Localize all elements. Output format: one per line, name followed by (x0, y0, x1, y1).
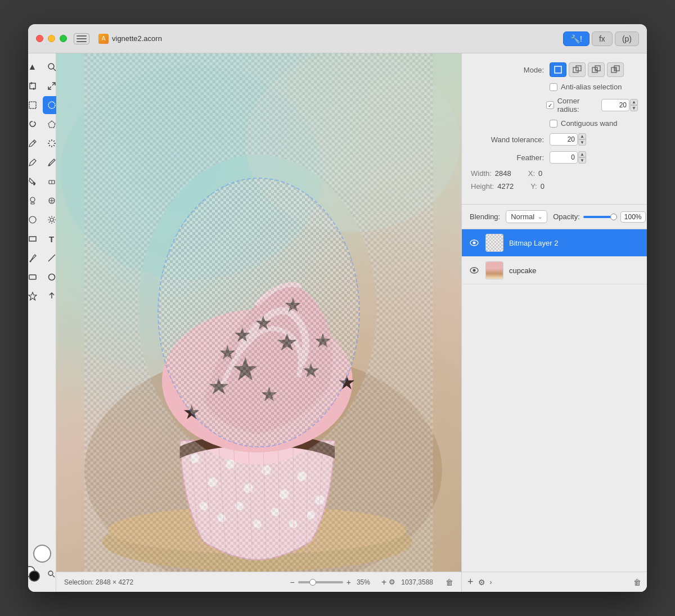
color-preview[interactable] (33, 545, 51, 563)
right-panel: Mode: (461, 53, 647, 592)
delete-layer-button[interactable]: 🗑 (633, 578, 641, 587)
svg-line-17 (49, 145, 50, 146)
zoom-minus-icon[interactable]: − (290, 578, 295, 587)
svg-point-41 (48, 274, 55, 280)
paint-bucket-tool[interactable] (28, 173, 42, 191)
mode-subtract-button[interactable] (588, 62, 605, 77)
mode-row: Mode: (471, 62, 638, 77)
fg-bg-color[interactable] (28, 566, 40, 582)
tool-row-13 (28, 287, 61, 305)
anti-alias-checkbox-group: Anti-alias selection (550, 83, 622, 91)
wand-tolerance-increment[interactable]: ▲ (578, 133, 586, 139)
minimize-button[interactable] (48, 35, 55, 42)
tool-row-12 (28, 268, 61, 286)
close-button[interactable] (36, 35, 43, 42)
tool-row-9 (28, 211, 61, 229)
add-layer-plus-button[interactable]: + (467, 576, 474, 588)
layer-thumb-cupcake (485, 261, 503, 279)
bg-color[interactable] (29, 570, 40, 582)
star-tool[interactable] (28, 287, 42, 305)
file-icon: A (98, 34, 109, 44)
wand-tolerance-row: Wand tolerance: 20 ▲ ▼ (471, 133, 638, 146)
layer-item-cupcake[interactable]: cupcake (462, 257, 647, 284)
shape-tool[interactable] (28, 211, 42, 229)
svg-line-36 (53, 217, 55, 218)
fx-panel-button[interactable]: fx (592, 31, 613, 46)
tool-row-4 (28, 115, 61, 133)
pen-tool[interactable] (28, 249, 42, 267)
tool-row-8 (28, 192, 61, 210)
trash-button[interactable]: 🗑 (446, 578, 453, 587)
layer-visibility-bitmap[interactable] (469, 237, 480, 248)
svg-line-44 (52, 576, 55, 578)
layer-item-bitmap[interactable]: Bitmap Layer 2 (462, 229, 647, 257)
wand-tolerance-decrement[interactable]: ▼ (578, 139, 586, 146)
main-window: A vignette2.acorn 🔧! fx (p) ▲ (28, 24, 647, 592)
layers-bottom: + ⚙ › 🗑 (462, 572, 647, 592)
corner-radius-input[interactable]: 20 (601, 99, 629, 111)
contiguous-wand-row: Contiguous wand (471, 119, 638, 128)
eyedropper-tool[interactable] (28, 134, 42, 152)
window-title: A vignette2.acorn (98, 34, 162, 44)
canvas-wrapper[interactable] (56, 53, 461, 572)
opacity-slider[interactable] (583, 216, 617, 218)
feather-label: Feather: (471, 153, 544, 162)
sidebar-toggle-button[interactable] (74, 33, 89, 44)
opacity-thumb (610, 214, 617, 220)
rect-shape-tool[interactable] (28, 230, 42, 248)
width-label: Width: (471, 169, 492, 178)
contiguous-wand-label: Contiguous wand (561, 119, 617, 128)
color-tools (28, 565, 60, 583)
arrow-tool[interactable]: ▲ (28, 58, 42, 76)
svg-point-28 (50, 218, 53, 221)
selection-ellipse (158, 178, 360, 447)
corner-radius-stepper: ▲ ▼ (630, 99, 638, 111)
corner-radius-increment[interactable]: ▲ (630, 99, 638, 105)
rect-select-tool[interactable] (28, 96, 42, 114)
feather-increment[interactable]: ▲ (578, 151, 586, 157)
contiguous-wand-checkbox-group: Contiguous wand (550, 119, 617, 128)
feather-decrement[interactable]: ▼ (578, 157, 586, 164)
add-layer-button[interactable]: + (381, 577, 386, 587)
mode-intersect-button[interactable] (607, 62, 624, 77)
mode-new-button[interactable] (550, 62, 566, 77)
layer-name-cupcake: cupcake (509, 266, 640, 275)
zoom-slider[interactable] (298, 581, 343, 583)
maximize-button[interactable] (60, 35, 67, 42)
blending-mode-value: Normal (511, 212, 534, 221)
svg-point-54 (262, 465, 271, 475)
p-panel-button[interactable]: (p) (615, 31, 639, 46)
tool-row-6 (28, 153, 61, 171)
corner-radius-checkbox[interactable]: ✓ (546, 101, 554, 109)
blending-mode-select[interactable]: Normal ⌄ (506, 210, 547, 223)
svg-point-53 (244, 483, 253, 493)
properties-panel: Mode: (462, 53, 647, 205)
svg-marker-9 (48, 121, 55, 128)
feather-input[interactable]: 0 (550, 151, 578, 164)
zoom-plus-icon[interactable]: + (346, 578, 351, 587)
wand-tolerance-input[interactable]: 20 (550, 133, 578, 146)
settings-gear-icon[interactable]: ⚙ (389, 578, 395, 586)
contiguous-wand-checkbox[interactable] (550, 120, 557, 128)
pencil-tool[interactable] (28, 153, 42, 171)
feather-row: Feather: 0 ▲ ▼ (471, 151, 638, 164)
crop-tool[interactable] (28, 77, 42, 95)
y-item: Y: 0 (530, 182, 544, 191)
corner-radius-decrement[interactable]: ▼ (630, 105, 638, 111)
titlebar: A vignette2.acorn 🔧! fx (p) (28, 24, 647, 53)
tool-row-1: ▲ (28, 58, 61, 76)
mode-add-button[interactable] (569, 62, 586, 77)
layer-settings-arrow[interactable]: › (490, 578, 492, 586)
svg-point-63 (289, 520, 298, 528)
lasso-tool[interactable] (28, 115, 42, 133)
layer-settings-button[interactable]: ⚙ (478, 578, 485, 587)
rect-outline-tool[interactable] (28, 268, 42, 286)
svg-line-33 (49, 217, 50, 218)
tools-panel-button[interactable]: 🔧! (563, 31, 590, 46)
zoom-controls: − + 35% (290, 578, 370, 587)
dimensions-row: Width: 2848 X: 0 (471, 169, 638, 178)
stamp-tool[interactable] (28, 192, 42, 210)
layer-visibility-cupcake[interactable] (469, 265, 480, 276)
tool-row-10: T (28, 230, 61, 248)
anti-alias-checkbox[interactable] (550, 83, 557, 91)
